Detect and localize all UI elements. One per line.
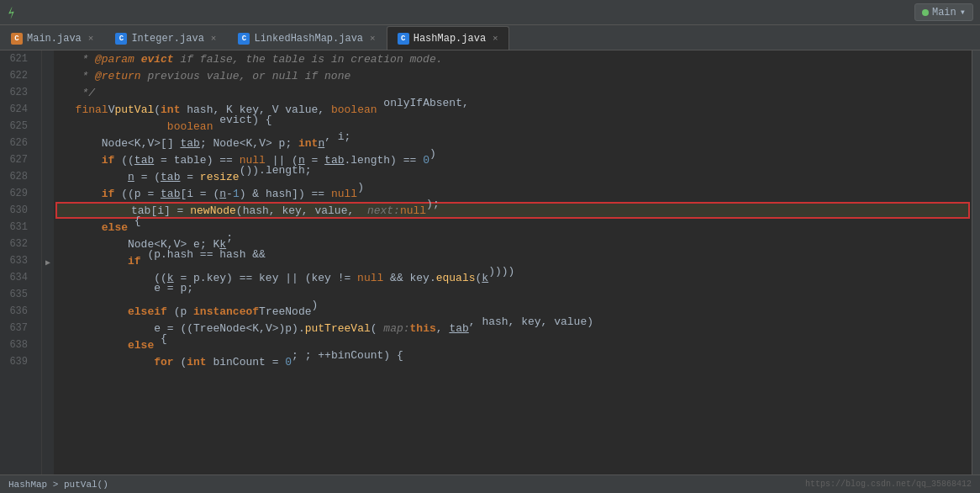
tab-integer-java[interactable]: C Integer.java × bbox=[104, 26, 227, 50]
top-bar: ⚡ Main ▾ bbox=[0, 0, 980, 25]
gutter-629: 629 bbox=[0, 185, 34, 202]
code-line-631: else { bbox=[54, 219, 972, 236]
gutter-626: 626 bbox=[0, 135, 34, 151]
gutter-638: 638 bbox=[0, 337, 34, 353]
code-line-635: e = p; bbox=[54, 286, 972, 303]
tab-close-linkedhashmap[interactable]: × bbox=[370, 34, 376, 44]
gutter-628: 628 bbox=[0, 168, 34, 185]
gutter-621: 621 bbox=[0, 50, 34, 67]
editor-container: 621 622 623 624 625 626 627 628 629 630 … bbox=[0, 50, 980, 474]
run-config-label: Main bbox=[932, 7, 956, 19]
gutter-637: 637 bbox=[0, 320, 34, 337]
gutter-627: 627 bbox=[0, 151, 34, 168]
code-line-623: */ bbox=[54, 84, 972, 101]
tabs-bar: C Main.java × C Integer.java × C LinkedH… bbox=[0, 25, 980, 50]
tab-icon-linkedhashmap: C bbox=[238, 33, 250, 45]
code-line-621: * @param evict if false, the table is in… bbox=[54, 50, 972, 67]
code-area[interactable]: * @param evict if false, the table is in… bbox=[54, 50, 972, 474]
gutter-631: 631 bbox=[0, 219, 34, 236]
code-line-624: final V putVal(int hash, K key, V value,… bbox=[54, 101, 972, 118]
code-line-622: * @return previous value, or null if non… bbox=[54, 67, 972, 84]
gutter-624: 624 bbox=[0, 101, 34, 118]
code-line-626: Node<K,V>[] tab; Node<K,V> p; int n, i; bbox=[54, 135, 972, 151]
gutter-636: 636 bbox=[0, 303, 34, 320]
code-line-639: for (int binCount = 0; ; ++binCount) { bbox=[54, 353, 972, 370]
breadcrumb: HashMap > putVal() bbox=[8, 480, 108, 490]
tab-label-hashmap: HashMap.java bbox=[414, 33, 486, 45]
back-icon[interactable]: ⚡ bbox=[3, 2, 19, 22]
code-line-629: if ((p = tab[i = (n - 1) & hash]) == nul… bbox=[54, 185, 972, 202]
gutter-633: 633 bbox=[0, 252, 34, 269]
tab-icon-integer: C bbox=[115, 33, 127, 45]
code-line-637: e = ((TreeNode<K,V>)p).putTreeVal( map: … bbox=[54, 320, 972, 337]
line-number-gutter: 621 622 623 624 625 626 627 628 629 630 … bbox=[0, 50, 42, 474]
code-line-638: else { bbox=[54, 337, 972, 353]
top-bar-left: ⚡ bbox=[7, 3, 16, 22]
run-config-arrow: ▾ bbox=[960, 6, 966, 19]
tab-close-hashmap[interactable]: × bbox=[493, 34, 498, 44]
run-config[interactable]: Main ▾ bbox=[914, 3, 973, 21]
gutter-625: 625 bbox=[0, 118, 34, 135]
gutter-622: 622 bbox=[0, 67, 34, 84]
tab-label-main: Main.java bbox=[27, 33, 82, 45]
gutter-632: 632 bbox=[0, 236, 34, 252]
run-dot bbox=[922, 9, 929, 16]
scroll-indicator[interactable] bbox=[972, 50, 980, 474]
tab-close-main[interactable]: × bbox=[88, 34, 94, 44]
tab-hashmap-java[interactable]: C HashMap.java × bbox=[387, 26, 509, 50]
tab-linkedhashmap-java[interactable]: C LinkedHashMap.java × bbox=[227, 26, 386, 50]
tab-close-integer[interactable]: × bbox=[211, 34, 217, 44]
tab-icon-hashmap: C bbox=[398, 33, 409, 45]
gutter-623: 623 bbox=[0, 84, 34, 101]
gutter-630: 630 bbox=[0, 202, 34, 219]
tab-main-java[interactable]: C Main.java × bbox=[0, 26, 104, 50]
status-bar: HashMap > putVal() https://blog.csdn.net… bbox=[0, 474, 980, 493]
tab-label-integer: Integer.java bbox=[131, 33, 203, 45]
gutter-635: 635 bbox=[0, 286, 34, 303]
code-line-627: if ((tab = table) == null || (n = tab.le… bbox=[54, 151, 972, 168]
tab-label-linkedhashmap: LinkedHashMap.java bbox=[254, 33, 363, 45]
code-line-628: n = (tab = resize()).length; bbox=[54, 168, 972, 185]
gutter-634: 634 bbox=[0, 269, 34, 286]
breadcrumb-text: HashMap > putVal() bbox=[8, 480, 108, 490]
watermark: https://blog.csdn.net/qq_35868412 bbox=[805, 480, 972, 489]
fold-column: ▶ bbox=[42, 50, 54, 474]
code-line-625: boolean evict) { bbox=[54, 118, 972, 135]
gutter-639: 639 bbox=[0, 353, 34, 370]
tab-icon-main: C bbox=[11, 33, 23, 45]
code-line-630: tab[i] = newNode(hash, key, value, next:… bbox=[55, 202, 970, 219]
